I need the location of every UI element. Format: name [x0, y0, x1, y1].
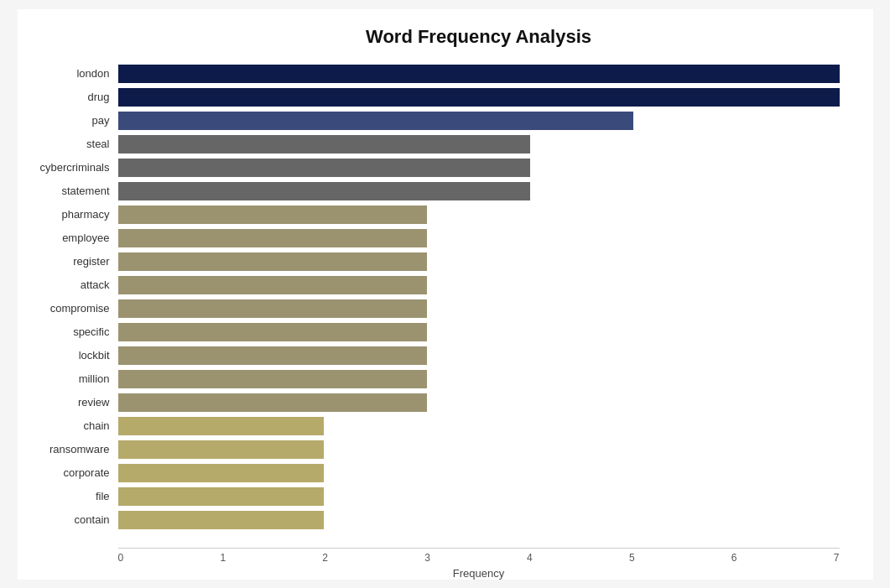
bar-row: ransomware [118, 439, 840, 461]
bar-fill [118, 417, 325, 435]
bar-fill [118, 252, 428, 271]
bar-fill [118, 370, 428, 388]
bar-row: pharmacy [118, 204, 840, 226]
bar-label: lockbit [26, 349, 118, 362]
x-tick: 1 [220, 552, 226, 564]
bar-track [118, 417, 840, 435]
x-tick: 3 [424, 552, 430, 564]
bar-row: chain [118, 415, 840, 437]
bar-track [118, 182, 840, 200]
bar-row: attack [118, 274, 840, 296]
bar-fill [118, 229, 428, 247]
chart-title: Word Frequency Analysis [118, 26, 840, 48]
bar-fill [118, 135, 530, 154]
x-tick: 7 [834, 552, 840, 564]
bar-label: register [26, 255, 118, 268]
bar-label: pay [26, 114, 118, 127]
bar-row: file [118, 486, 840, 507]
bar-label: cybercriminals [26, 161, 118, 174]
bar-label: london [26, 67, 118, 80]
bar-track [118, 393, 840, 412]
bar-fill [118, 464, 325, 482]
bar-row: million [118, 368, 840, 390]
chart-container: Word Frequency Analysis londondrugpayste… [18, 9, 873, 580]
bar-track [118, 252, 840, 271]
bar-track [118, 276, 840, 294]
bar-fill [118, 112, 633, 130]
x-tick: 2 [322, 552, 328, 564]
bar-track [118, 88, 840, 107]
bar-fill [118, 487, 325, 506]
chart-area: londondrugpaystealcybercriminalsstatemen… [118, 63, 840, 541]
bar-row: corporate [118, 462, 840, 484]
bar-row: contain [118, 509, 840, 531]
bar-track [118, 511, 840, 529]
bar-track [118, 440, 840, 459]
bar-fill [118, 88, 840, 107]
bar-label: chain [26, 419, 118, 432]
bar-track [118, 229, 840, 247]
bar-track [118, 206, 840, 224]
bar-fill [118, 440, 325, 459]
bar-row: steal [118, 133, 840, 155]
bar-label: attack [26, 278, 118, 291]
bar-row: review [118, 392, 840, 414]
bar-label: employee [26, 232, 118, 244]
bar-label: steal [26, 138, 118, 150]
bar-track [118, 487, 840, 506]
bar-row: specific [118, 321, 840, 343]
bar-fill [118, 159, 530, 177]
bar-fill [118, 323, 428, 341]
bar-row: register [118, 251, 840, 273]
bar-label: ransomware [26, 443, 118, 455]
bar-fill [118, 393, 428, 412]
bar-label: contain [26, 513, 118, 526]
bar-row: compromise [118, 298, 840, 320]
bar-label: review [26, 396, 118, 408]
x-ticks: 01234567 [118, 549, 840, 564]
x-axis: 01234567 Frequency [118, 548, 840, 573]
bar-track [118, 323, 840, 341]
bar-label: corporate [26, 466, 118, 479]
bar-track [118, 159, 840, 177]
bar-track [118, 370, 840, 388]
bar-row: drug [118, 86, 840, 108]
x-tick: 6 [731, 552, 737, 564]
bar-label: million [26, 372, 118, 385]
bar-row: cybercriminals [118, 157, 840, 179]
bar-fill [118, 299, 428, 318]
bar-label: statement [26, 185, 118, 197]
bar-row: lockbit [118, 345, 840, 367]
bar-track [118, 299, 840, 318]
bar-label: pharmacy [26, 208, 118, 221]
bar-track [118, 112, 840, 130]
x-tick: 5 [629, 552, 635, 564]
bar-label: compromise [26, 302, 118, 315]
bar-label: specific [26, 325, 118, 338]
x-tick: 0 [118, 552, 124, 564]
bar-track [118, 464, 840, 482]
bar-fill [118, 182, 530, 200]
bar-track [118, 346, 840, 365]
bar-fill [118, 511, 325, 529]
bar-fill [118, 276, 428, 294]
x-axis-label: Frequency [118, 567, 840, 580]
bar-fill [118, 65, 840, 83]
bar-label: drug [26, 91, 118, 103]
bar-row: statement [118, 180, 840, 202]
bar-row: employee [118, 227, 840, 249]
bar-row: london [118, 63, 840, 85]
bar-fill [118, 206, 428, 224]
bar-label: file [26, 490, 118, 502]
bar-fill [118, 346, 428, 365]
bar-track [118, 135, 840, 154]
bar-row: pay [118, 110, 840, 132]
x-tick: 4 [527, 552, 533, 564]
bar-track [118, 65, 840, 83]
